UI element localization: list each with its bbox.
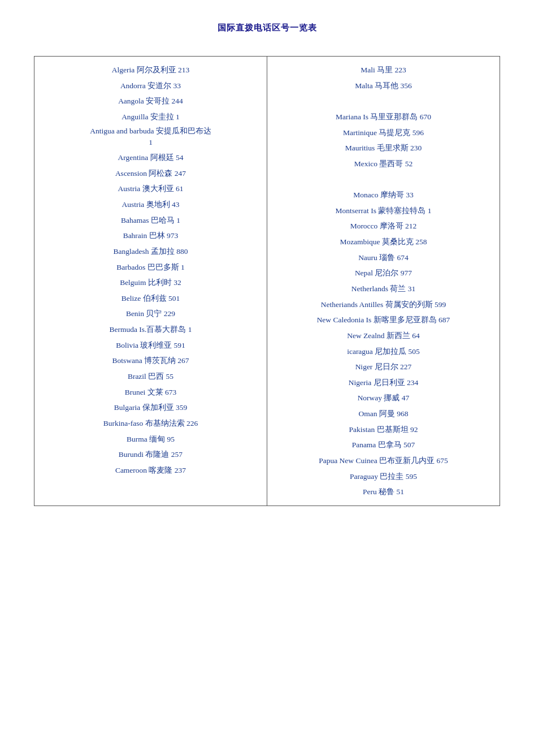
list-item: Mauritius 毛里求斯 230 [343,140,424,156]
list-item: New Zealnd 新西兰 64 [345,328,422,344]
list-item: Ascension 阿松森 247 [113,166,188,182]
list-item: Belguim 比利时 32 [118,275,184,291]
list-item: Niger 尼日尔 227 [353,359,414,375]
list-item: Martinique 马提尼克 596 [341,125,426,141]
list-item: Brazil 巴西 55 [125,369,176,385]
list-item: Norway 挪威 47 [355,390,412,406]
list-item: Burundi 布隆迪 257 [116,447,185,463]
list-item [380,93,387,109]
list-item: Bahrain 巴林 973 [121,228,181,244]
list-item: Panama 巴拿马 507 [350,437,418,453]
list-item: Netherlands 荷兰 31 [349,281,418,297]
left-column: Algeria 阿尔及利亚 213Andorra 安道尔 33Aangola 安… [34,57,267,506]
list-item: Algeria 阿尔及利亚 213 [110,62,192,78]
list-item: Bermuda Is.百慕大群岛 1 [107,322,194,338]
list-item: Nepal 尼泊尔 977 [353,265,414,281]
list-item: Argentina 阿根廷 54 [116,150,186,166]
list-item [380,171,387,187]
list-item: Antigua and barbuda 安提瓜和巴布达 1 [88,125,214,149]
list-item: Bolivia 玻利维亚 591 [114,338,188,353]
list-item: Nauru 瑙鲁 674 [356,250,411,266]
list-item: Mozambique 莫桑比克 258 [337,234,429,250]
list-item: Morocco 摩洛哥 212 [348,218,419,234]
list-item: Barbados 巴巴多斯 1 [114,260,187,275]
list-item: Pakistan 巴基斯坦 92 [347,422,420,438]
list-item: Cameroon 喀麦隆 237 [113,463,188,478]
list-item: Brunei 文莱 673 [123,385,179,400]
list-item: Botswana 博茨瓦纳 267 [110,353,191,369]
list-item: Montserrat Is 蒙特塞拉特岛 1 [333,203,434,219]
list-item: Nigeria 尼日利亚 234 [346,375,420,391]
list-item: Papua New Cuinea 巴布亚新几内亚 675 [316,453,450,469]
list-item: Aangola 安哥拉 244 [116,93,185,109]
list-item: Mexico 墨西哥 52 [352,156,415,172]
list-item: Austria 奥地利 43 [120,197,182,213]
list-item: Anguilla 安圭拉 1 [119,109,182,125]
list-item: Peru 秘鲁 51 [361,484,406,500]
list-item: New Caledonia Is 新喀里多尼亚群岛 687 [315,312,453,328]
list-item: Malta 马耳他 356 [353,78,414,94]
list-item: icaragua 尼加拉瓜 505 [345,344,422,360]
main-table: Algeria 阿尔及利亚 213Andorra 安道尔 33Aangola 安… [34,56,500,506]
list-item: Bulgaria 保加利亚 359 [112,400,190,416]
list-item: Paraguay 巴拉圭 595 [348,469,419,485]
right-column: Mali 马里 223Malta 马耳他 356 Mariana Is 马里亚那… [267,57,500,506]
list-item: Netheriands Antilles 荷属安的列斯 599 [319,297,449,313]
list-item: Belize 伯利兹 501 [119,291,182,306]
page-title: 国际直拨电话区号一览表 [34,23,500,33]
list-item: Bangladesh 孟加拉 880 [111,244,190,260]
list-item: Oman 阿曼 968 [357,406,411,422]
list-item: Mali 马里 223 [358,62,409,78]
list-item: Bahamas 巴哈马 1 [119,213,183,228]
list-item: Burkina-faso 布基纳法索 226 [101,416,200,431]
list-item: Monaco 摩纳哥 33 [351,187,416,203]
list-item: Burma 缅甸 95 [124,431,177,447]
list-item: Andorra 安道尔 33 [118,78,183,94]
list-item: Mariana Is 马里亚那群岛 670 [333,109,433,125]
list-item: Austria 澳大利亚 61 [116,181,186,197]
list-item: Benin 贝宁 229 [124,306,177,322]
